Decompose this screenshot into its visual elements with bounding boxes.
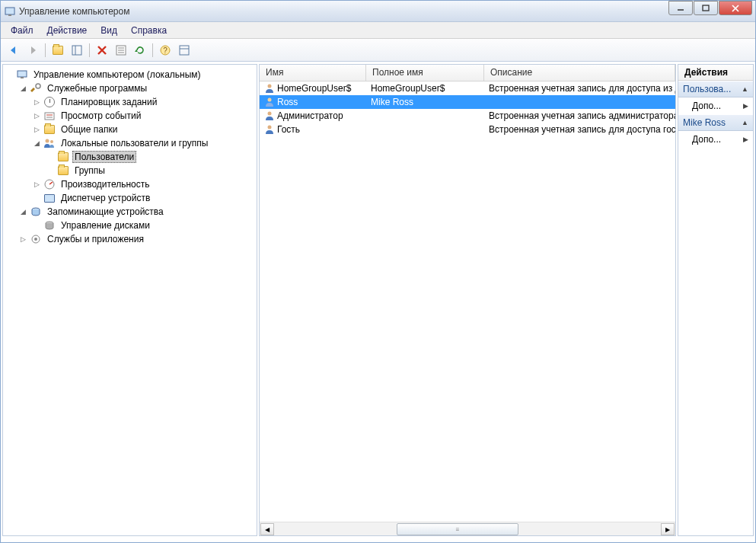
tree-disk-management[interactable]: Управление дисками: [32, 219, 255, 232]
user-icon: [264, 83, 275, 94]
expander-icon[interactable]: ◢: [32, 139, 42, 149]
toolbar: ?: [1, 39, 755, 62]
actions-section-label: Пользова...: [683, 84, 731, 94]
scroll-left-button[interactable]: ◀: [260, 523, 274, 535]
tree-label-event-viewer: Просмотр событий: [59, 110, 143, 122]
cell-full-name: Mike Ross: [366, 97, 484, 107]
actions-item-label: Допо...: [692, 101, 721, 111]
expander-icon[interactable]: ▷: [18, 235, 28, 244]
chevron-right-icon: ▶: [743, 102, 748, 110]
chevron-up-icon: ▲: [742, 85, 748, 93]
tree-event-viewer[interactable]: ▷ Просмотр событий: [32, 109, 255, 123]
expander-icon[interactable]: ▷: [32, 180, 42, 190]
refresh-button[interactable]: [132, 42, 148, 59]
tree-root-label: Управление компьютером (локальным): [31, 69, 203, 81]
actions-section-selected[interactable]: Mike Ross ▲: [678, 114, 753, 131]
chevron-right-icon: ▶: [743, 136, 748, 143]
actions-item-more-2[interactable]: Допо... ▶: [678, 131, 753, 148]
expander-icon[interactable]: ◢: [18, 207, 28, 217]
window-title: Управление компьютером: [19, 6, 668, 17]
cell-description: Встроенная учетная запись для доступа го…: [484, 124, 675, 135]
actions-item-more-1[interactable]: Допо... ▶: [678, 97, 753, 114]
tree-storage[interactable]: ◢ Запоминающие устройства: [18, 205, 255, 219]
tree-local-users[interactable]: ◢ Локальные пользователи и группы: [32, 136, 255, 150]
tree-root[interactable]: Управление компьютером (локальным): [5, 68, 255, 81]
clock-icon: [43, 96, 56, 108]
list-header: Имя Полное имя Описание: [260, 65, 675, 81]
cell-name: Гость: [277, 124, 300, 135]
expander-icon[interactable]: ▷: [32, 111, 42, 121]
delete-button[interactable]: [94, 42, 110, 59]
tree-label-task-scheduler: Планировщик заданий: [59, 96, 159, 108]
svg-rect-21: [45, 113, 54, 120]
disk-icon: [43, 219, 56, 232]
tree-label-system-tools: Служебные программы: [45, 82, 149, 94]
expander-icon[interactable]: ▷: [32, 97, 42, 107]
tree-users[interactable]: Пользователи: [46, 150, 255, 164]
users-group-icon: [43, 137, 56, 149]
menu-help[interactable]: Справка: [124, 23, 174, 38]
list-row[interactable]: HomeGroupUser$ HomeGroupUser$ Встроенная…: [260, 81, 675, 95]
cell-name: HomeGroupUser$: [277, 83, 351, 94]
services-icon: [30, 233, 42, 245]
scroll-right-button[interactable]: ▶: [661, 523, 675, 535]
menu-bar: Файл Действие Вид Справка: [1, 22, 755, 39]
list-row[interactable]: Гость Встроенная учетная запись для дост…: [260, 123, 675, 136]
cell-name: Администратор: [277, 110, 343, 121]
svg-rect-0: [5, 8, 14, 14]
tree-shared-folders[interactable]: ▷ Общие папки: [32, 123, 255, 136]
expander-icon[interactable]: ▷: [32, 125, 42, 135]
actions-section-users[interactable]: Пользова... ▲: [678, 81, 753, 97]
show-hide-tree-button[interactable]: [69, 42, 85, 59]
svg-point-25: [50, 140, 53, 143]
export-list-button[interactable]: [176, 42, 193, 59]
tree-system-tools[interactable]: ◢ Служебные программы: [18, 81, 255, 95]
svg-point-31: [268, 85, 272, 88]
minimize-button[interactable]: [668, 1, 693, 15]
column-full-name[interactable]: Полное имя: [366, 65, 484, 81]
help-button[interactable]: ?: [157, 42, 174, 59]
tree-label-device-manager: Диспетчер устройств: [59, 192, 152, 204]
menu-action[interactable]: Действие: [40, 23, 94, 38]
list-row[interactable]: Администратор Встроенная учетная запись …: [260, 109, 675, 123]
column-name[interactable]: Имя: [260, 65, 366, 81]
svg-point-33: [268, 112, 272, 116]
tree-services-apps[interactable]: ▷ Службы и приложения: [18, 232, 255, 246]
tree-label-disk-management: Управление дисками: [59, 219, 152, 232]
menu-file[interactable]: Файл: [4, 23, 40, 38]
tree-performance[interactable]: ▷ Производительность: [32, 177, 255, 191]
menu-view[interactable]: Вид: [94, 23, 124, 38]
expander-icon[interactable]: ◢: [18, 84, 28, 94]
up-level-button[interactable]: [49, 42, 66, 59]
svg-text:?: ?: [163, 46, 167, 55]
svg-rect-1: [8, 14, 11, 16]
maximize-button[interactable]: [694, 1, 718, 15]
tree-label-shared-folders: Общие папки: [59, 123, 120, 136]
properties-button[interactable]: [113, 42, 129, 59]
tree-device-manager[interactable]: Диспетчер устройств: [32, 191, 255, 205]
tree-groups[interactable]: Группы: [46, 164, 255, 177]
close-button[interactable]: [719, 1, 752, 15]
app-icon: [4, 5, 16, 18]
performance-icon: [43, 178, 56, 190]
list-body[interactable]: HomeGroupUser$ HomeGroupUser$ Встроенная…: [260, 81, 675, 522]
svg-rect-18: [18, 71, 27, 77]
svg-rect-16: [180, 46, 189, 55]
horizontal-scrollbar[interactable]: ◀ ≡ ▶: [260, 522, 675, 535]
tree-panel[interactable]: Управление компьютером (локальным) ◢ Слу…: [2, 64, 257, 536]
scroll-thumb[interactable]: ≡: [397, 523, 518, 535]
svg-point-34: [268, 126, 272, 129]
cell-description: Встроенная учетная запись для доступа из…: [484, 83, 675, 94]
column-description[interactable]: Описание: [484, 65, 675, 81]
forward-button[interactable]: [24, 42, 41, 59]
list-row[interactable]: Ross Mike Ross: [260, 95, 675, 109]
svg-point-30: [34, 238, 37, 241]
svg-rect-6: [72, 46, 81, 55]
tree-task-scheduler[interactable]: ▷ Планировщик заданий: [32, 95, 255, 109]
user-icon: [264, 124, 275, 135]
actions-item-label: Допо...: [692, 134, 721, 145]
folder-icon: [57, 164, 69, 177]
tree-label-groups: Группы: [72, 164, 107, 177]
event-viewer-icon: [43, 110, 56, 122]
back-button[interactable]: [5, 42, 22, 59]
